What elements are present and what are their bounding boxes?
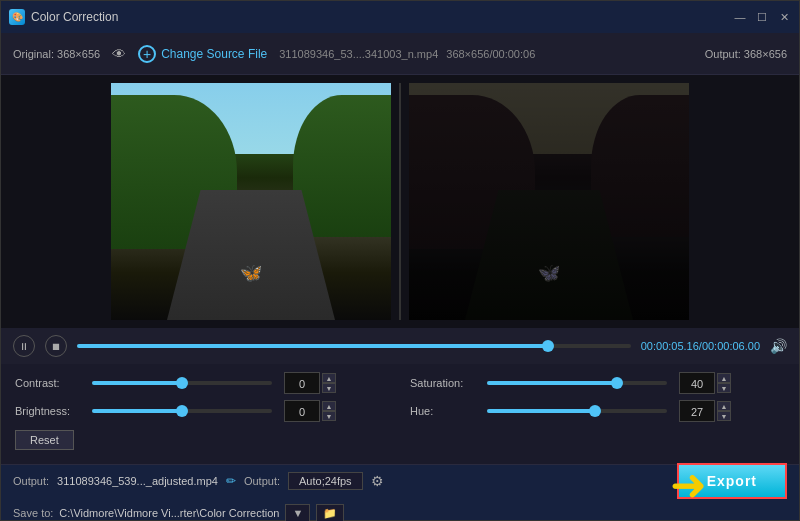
hue-spinner: ▲ ▼ bbox=[717, 401, 731, 421]
corrected-video-scene: 🦋 bbox=[409, 83, 689, 320]
title-bar: 🎨 Color Correction — ☐ ✕ bbox=[1, 1, 799, 33]
butterfly-corrected: 🦋 bbox=[538, 262, 560, 284]
hue-down[interactable]: ▼ bbox=[717, 411, 731, 421]
window-title: Color Correction bbox=[31, 10, 118, 24]
contrast-row: Contrast: 0 ▲ ▼ bbox=[15, 372, 390, 394]
hue-value-box: 27 ▲ ▼ bbox=[679, 400, 731, 422]
brightness-value-box: 0 ▲ ▼ bbox=[284, 400, 336, 422]
controls-right: Saturation: 40 ▲ ▼ Hue: bbox=[410, 372, 785, 456]
bottom-row-1: Output: 311089346_539..._adjusted.mp4 ✏ … bbox=[13, 463, 787, 499]
gear-icon[interactable]: ⚙ bbox=[371, 473, 384, 489]
reset-button[interactable]: Reset bbox=[15, 430, 74, 450]
hue-value[interactable]: 27 bbox=[679, 400, 715, 422]
progress-bar[interactable] bbox=[77, 344, 631, 348]
brightness-value[interactable]: 0 bbox=[284, 400, 320, 422]
progress-fill bbox=[77, 344, 548, 348]
saturation-fill bbox=[487, 381, 617, 385]
file-info: 311089346_53....341003_n.mp4 368×656/00:… bbox=[279, 48, 535, 60]
contrast-down[interactable]: ▼ bbox=[322, 383, 336, 393]
eye-icon[interactable]: 👁 bbox=[112, 46, 126, 62]
toolbar: Original: 368×656 👁 + Change Source File… bbox=[1, 33, 799, 75]
contrast-fill bbox=[92, 381, 182, 385]
maximize-button[interactable]: ☐ bbox=[755, 10, 769, 24]
filename: 311089346_53....341003_n.mp4 bbox=[279, 48, 438, 60]
contrast-value[interactable]: 0 bbox=[284, 372, 320, 394]
hue-up[interactable]: ▲ bbox=[717, 401, 731, 411]
plus-circle-icon: + bbox=[138, 45, 156, 63]
hue-fill bbox=[487, 409, 595, 413]
brightness-slider[interactable] bbox=[92, 409, 272, 413]
brightness-spinner: ▲ ▼ bbox=[322, 401, 336, 421]
output-size-label: Output: 368×656 bbox=[705, 48, 787, 60]
saturation-value[interactable]: 40 bbox=[679, 372, 715, 394]
app-icon: 🎨 bbox=[9, 9, 25, 25]
contrast-value-box: 0 ▲ ▼ bbox=[284, 372, 336, 394]
brightness-row: Brightness: 0 ▲ ▼ bbox=[15, 400, 390, 422]
brightness-down[interactable]: ▼ bbox=[322, 411, 336, 421]
saturation-spinner: ▲ ▼ bbox=[717, 373, 731, 393]
controls-section: Contrast: 0 ▲ ▼ Brightness: bbox=[15, 372, 785, 456]
pause-button[interactable]: ⏸ bbox=[13, 335, 35, 357]
edit-icon[interactable]: ✏ bbox=[226, 474, 236, 488]
main-window: 🎨 Color Correction — ☐ ✕ Original: 368×6… bbox=[0, 0, 800, 521]
hue-thumb bbox=[589, 405, 601, 417]
controls-left: Contrast: 0 ▲ ▼ Brightness: bbox=[15, 372, 390, 456]
contrast-label: Contrast: bbox=[15, 377, 80, 389]
contrast-thumb bbox=[176, 377, 188, 389]
change-source-button[interactable]: + Change Source File bbox=[138, 45, 267, 63]
output-format-label: Output: bbox=[244, 475, 280, 487]
brightness-fill bbox=[92, 409, 182, 413]
folder-select-button[interactable]: ▼ bbox=[285, 504, 310, 521]
open-folder-button[interactable]: 📁 bbox=[316, 504, 344, 522]
saturation-row: Saturation: 40 ▲ ▼ bbox=[410, 372, 785, 394]
controls-area: Contrast: 0 ▲ ▼ Brightness: bbox=[1, 364, 799, 464]
reset-row: Reset bbox=[15, 428, 390, 450]
save-to-label: Save to: bbox=[13, 507, 53, 519]
bottom-bar: Output: 311089346_539..._adjusted.mp4 ✏ … bbox=[1, 464, 799, 520]
video-divider bbox=[399, 83, 401, 320]
file-meta: 368×656/00:00:06 bbox=[446, 48, 535, 60]
brightness-up[interactable]: ▲ bbox=[322, 401, 336, 411]
hue-row: Hue: 27 ▲ ▼ bbox=[410, 400, 785, 422]
save-path: C:\Vidmore\Vidmore Vi...rter\Color Corre… bbox=[59, 507, 279, 519]
time-display: 00:00:05.16/00:00:06.00 bbox=[641, 340, 760, 352]
title-bar-left: 🎨 Color Correction bbox=[9, 9, 118, 25]
butterfly-original: 🦋 bbox=[240, 262, 262, 284]
brightness-label: Brightness: bbox=[15, 405, 80, 417]
saturation-down[interactable]: ▼ bbox=[717, 383, 731, 393]
contrast-spinner: ▲ ▼ bbox=[322, 373, 336, 393]
volume-icon[interactable]: 🔊 bbox=[770, 338, 787, 354]
change-source-label: Change Source File bbox=[161, 47, 267, 61]
saturation-slider[interactable] bbox=[487, 381, 667, 385]
stop-button[interactable]: ⏹ bbox=[45, 335, 67, 357]
contrast-slider[interactable] bbox=[92, 381, 272, 385]
close-button[interactable]: ✕ bbox=[777, 10, 791, 24]
output-file-label: Output: bbox=[13, 475, 49, 487]
hue-label: Hue: bbox=[410, 405, 475, 417]
saturation-value-box: 40 ▲ ▼ bbox=[679, 372, 731, 394]
original-video-panel: 🦋 bbox=[111, 83, 391, 320]
window-controls: — ☐ ✕ bbox=[733, 10, 791, 24]
output-format-button[interactable]: Auto;24fps bbox=[288, 472, 363, 490]
hue-slider[interactable] bbox=[487, 409, 667, 413]
original-video-scene: 🦋 bbox=[111, 83, 391, 320]
original-size-label: Original: 368×656 bbox=[13, 48, 100, 60]
minimize-button[interactable]: — bbox=[733, 10, 747, 24]
output-filename: 311089346_539..._adjusted.mp4 bbox=[57, 475, 218, 487]
playback-bar: ⏸ ⏹ 00:00:05.16/00:00:06.00 🔊 bbox=[1, 328, 799, 364]
saturation-up[interactable]: ▲ bbox=[717, 373, 731, 383]
contrast-up[interactable]: ▲ bbox=[322, 373, 336, 383]
video-area: 🦋 🦋 bbox=[1, 75, 799, 328]
corrected-video-panel: 🦋 bbox=[409, 83, 689, 320]
saturation-label: Saturation: bbox=[410, 377, 475, 389]
progress-thumb bbox=[542, 340, 554, 352]
brightness-thumb bbox=[176, 405, 188, 417]
saturation-thumb bbox=[611, 377, 623, 389]
